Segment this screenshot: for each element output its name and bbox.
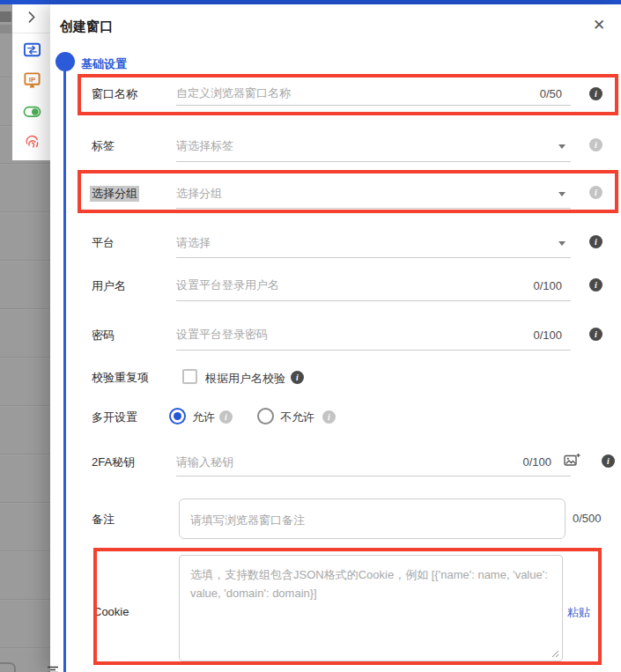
chevron-down-icon bbox=[558, 192, 566, 196]
radio-allow[interactable] bbox=[169, 408, 186, 425]
sidebar-divider bbox=[12, 33, 50, 33]
dimmed-page-button bbox=[0, 662, 16, 672]
password-field[interactable]: 0/100 bbox=[176, 319, 571, 351]
char-counter: 0/100 bbox=[533, 328, 562, 341]
window-name-field[interactable]: 0/50 bbox=[176, 81, 571, 106]
dimmed-page-glyph bbox=[47, 661, 59, 672]
proxy-transfer-icon bbox=[23, 41, 41, 59]
radio-disallow[interactable] bbox=[257, 408, 274, 425]
field-label-2fa: 2FA秘钥 bbox=[92, 454, 135, 470]
scan-image-button[interactable] bbox=[564, 453, 580, 471]
remark-field[interactable] bbox=[179, 498, 566, 539]
select-placeholder: 请选择 bbox=[176, 235, 211, 251]
field-label-duplicate-check: 校验重复项 bbox=[92, 370, 149, 386]
char-counter: 0/100 bbox=[522, 455, 551, 469]
section-step-dot bbox=[55, 52, 75, 71]
field-label-platform: 平台 bbox=[92, 235, 115, 251]
info-icon[interactable]: i bbox=[589, 138, 603, 151]
sidebar-item-proxy[interactable] bbox=[23, 41, 41, 59]
select-placeholder: 选择分组 bbox=[176, 186, 222, 202]
password-input[interactable] bbox=[176, 319, 571, 350]
char-counter: 0/500 bbox=[573, 512, 602, 525]
ip-icon-label: IP bbox=[29, 76, 36, 84]
select-placeholder: 请选择标签 bbox=[176, 138, 233, 154]
resize-handle-icon[interactable] bbox=[551, 649, 559, 658]
radio-label-allow: 允许 bbox=[192, 410, 215, 425]
chevron-down-icon bbox=[558, 144, 566, 149]
field-label-password: 密码 bbox=[92, 328, 115, 343]
cookie-field[interactable] bbox=[179, 555, 563, 661]
close-icon[interactable]: ✕ bbox=[591, 16, 607, 34]
platform-select[interactable]: 请选择 bbox=[176, 228, 571, 258]
remark-textarea[interactable] bbox=[180, 499, 565, 538]
info-icon[interactable]: i bbox=[589, 186, 603, 199]
field-label-multi-open: 多开设置 bbox=[92, 410, 137, 425]
char-counter: 0/50 bbox=[540, 86, 562, 100]
chevron-down-icon bbox=[558, 241, 566, 246]
info-icon[interactable]: i bbox=[589, 87, 603, 100]
ip-monitor-icon: IP bbox=[23, 71, 41, 90]
info-icon[interactable]: i bbox=[602, 454, 615, 468]
field-label-group: 选择分组 bbox=[90, 186, 139, 202]
2fa-key-field[interactable]: 0/100 bbox=[176, 447, 571, 476]
sidebar-item-fingerprint[interactable] bbox=[23, 132, 41, 151]
sidebar-item-ip[interactable]: IP bbox=[23, 71, 41, 90]
sidebar-item-toggle[interactable] bbox=[23, 102, 41, 121]
info-icon[interactable]: i bbox=[322, 410, 336, 424]
checkbox-verify-by-username[interactable] bbox=[182, 369, 197, 384]
radio-label-disallow: 不允许 bbox=[280, 410, 314, 425]
section-title: 基础设置 bbox=[81, 56, 127, 72]
chevron-right-icon bbox=[24, 10, 39, 25]
username-field[interactable]: 0/100 bbox=[176, 270, 571, 301]
toggle-switch-icon bbox=[23, 102, 41, 121]
field-label-window-name: 窗口名称 bbox=[92, 86, 137, 102]
group-select[interactable]: 选择分组 bbox=[176, 179, 571, 209]
paste-link[interactable]: 粘贴 bbox=[567, 605, 590, 621]
fingerprint-icon bbox=[23, 132, 41, 151]
image-plus-icon bbox=[564, 453, 580, 468]
info-icon[interactable]: i bbox=[589, 328, 603, 341]
cookie-textarea[interactable] bbox=[180, 556, 562, 661]
username-input[interactable] bbox=[176, 270, 571, 300]
char-counter: 0/100 bbox=[533, 278, 562, 292]
info-icon[interactable]: i bbox=[219, 410, 233, 424]
2fa-key-input[interactable] bbox=[176, 447, 571, 476]
section-step-line bbox=[63, 70, 66, 672]
field-label-remark: 备注 bbox=[92, 512, 115, 528]
checkbox-label: 根据用户名校验 bbox=[205, 371, 285, 387]
sidebar-collapse-button[interactable] bbox=[24, 10, 39, 28]
field-label-cookie: Cookie bbox=[93, 605, 129, 618]
info-icon[interactable]: i bbox=[589, 235, 603, 248]
drawer-title: 创建窗口 bbox=[60, 18, 113, 35]
field-label-tags: 标签 bbox=[92, 138, 115, 154]
field-label-username: 用户名 bbox=[92, 278, 126, 294]
tags-select[interactable]: 请选择标签 bbox=[176, 130, 571, 162]
dimmed-page-block bbox=[0, 11, 11, 22]
info-icon[interactable]: i bbox=[291, 371, 304, 384]
info-icon[interactable]: i bbox=[589, 278, 603, 292]
dimmed-page-block bbox=[0, 25, 11, 33]
window-name-input[interactable] bbox=[176, 81, 571, 105]
